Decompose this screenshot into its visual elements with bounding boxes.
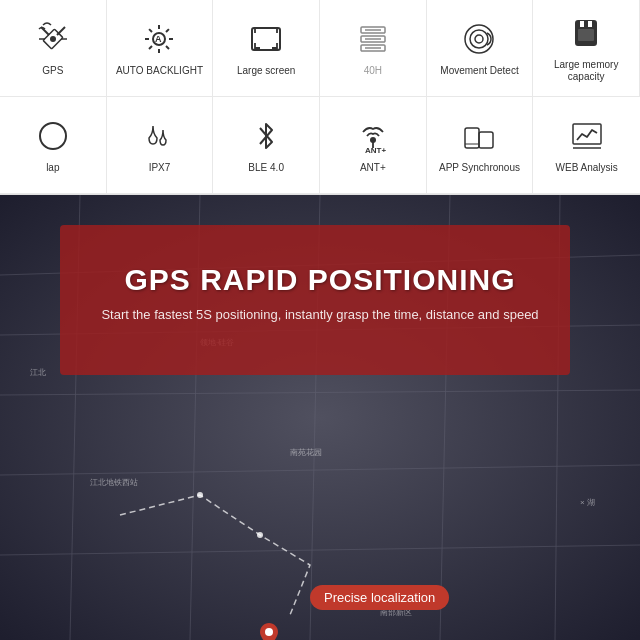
feature-lap: lap <box>0 97 107 194</box>
feature-large-memory: Large memory capacity <box>533 0 640 97</box>
map-section: 江北地铁西站 南苑花园 × 湖 江北 领地·硅谷 南部新区 GPS RAPID … <box>0 195 640 640</box>
feature-app-sync: APP Synchronous <box>427 97 534 194</box>
svg-text:江北: 江北 <box>30 368 46 377</box>
ble-label: BLE 4.0 <box>248 162 284 174</box>
screen-icon <box>246 19 286 59</box>
svg-point-23 <box>465 25 493 53</box>
battery-icon <box>353 19 393 59</box>
features-grid: GPS A AUTO BACKLIGHT <box>0 0 640 195</box>
svg-text:南苑花园: 南苑花园 <box>290 448 322 457</box>
feature-ipx7: IPX7 <box>107 97 214 194</box>
svg-point-25 <box>475 35 483 43</box>
svg-rect-28 <box>588 21 592 27</box>
app-sync-label: APP Synchronous <box>439 162 520 174</box>
gps-label: GPS <box>42 65 63 77</box>
svg-text:× 湖: × 湖 <box>580 498 595 507</box>
svg-point-57 <box>257 532 263 538</box>
feature-movement-detect: Movement Detect <box>427 0 534 97</box>
red-overlay <box>60 225 570 375</box>
movement-icon <box>459 19 499 59</box>
svg-line-11 <box>150 29 153 32</box>
feature-auto-backlight: A AUTO BACKLIGHT <box>107 0 214 97</box>
svg-rect-35 <box>479 132 493 148</box>
svg-point-30 <box>40 123 66 149</box>
svg-line-13 <box>166 29 169 32</box>
lap-icon <box>33 116 73 156</box>
svg-rect-29 <box>578 29 594 41</box>
large-screen-label: Large screen <box>237 65 295 77</box>
feature-large-screen: Large screen <box>213 0 320 97</box>
ant-label: ANT+ <box>360 162 386 174</box>
svg-rect-27 <box>580 21 584 27</box>
svg-rect-34 <box>465 128 479 148</box>
feature-ble: BLE 4.0 <box>213 97 320 194</box>
web-analysis-label: WEB Analysis <box>556 162 618 174</box>
svg-point-58 <box>265 628 273 636</box>
movement-detect-label: Movement Detect <box>440 65 518 77</box>
svg-point-56 <box>197 492 203 498</box>
feature-40h: 40H <box>320 0 427 97</box>
water-icon <box>139 116 179 156</box>
auto-backlight-label: AUTO BACKLIGHT <box>116 65 203 77</box>
backlight-icon: A <box>139 19 179 59</box>
svg-rect-37 <box>573 124 601 144</box>
web-icon <box>567 116 607 156</box>
pin-label: Precise localization <box>310 585 449 610</box>
svg-line-12 <box>166 46 169 49</box>
svg-text:A: A <box>155 34 162 44</box>
gps-icon <box>33 19 73 59</box>
svg-line-14 <box>149 46 152 49</box>
40h-label: 40H <box>364 65 382 77</box>
gps-subtitle: Start the fastest 5S positioning, instan… <box>0 305 640 325</box>
svg-point-5 <box>50 36 56 42</box>
bluetooth-icon <box>246 116 286 156</box>
svg-text:江北地铁西站: 江北地铁西站 <box>90 478 138 487</box>
lap-label: lap <box>46 162 59 174</box>
app-icon <box>459 116 499 156</box>
large-memory-label: Large memory capacity <box>537 59 635 83</box>
pin-dot <box>260 623 278 640</box>
svg-point-24 <box>470 30 488 48</box>
gps-title: GPS RAPID POSITIONING <box>0 263 640 297</box>
svg-text:ANT+: ANT+ <box>365 146 386 154</box>
ipx7-label: IPX7 <box>149 162 171 174</box>
feature-web-analysis: WEB Analysis <box>533 97 640 194</box>
feature-ant: ANT+ ANT+ <box>320 97 427 194</box>
ant-icon: ANT+ <box>353 116 393 156</box>
memory-icon <box>566 13 606 53</box>
feature-gps: GPS <box>0 0 107 97</box>
svg-rect-16 <box>252 28 280 50</box>
